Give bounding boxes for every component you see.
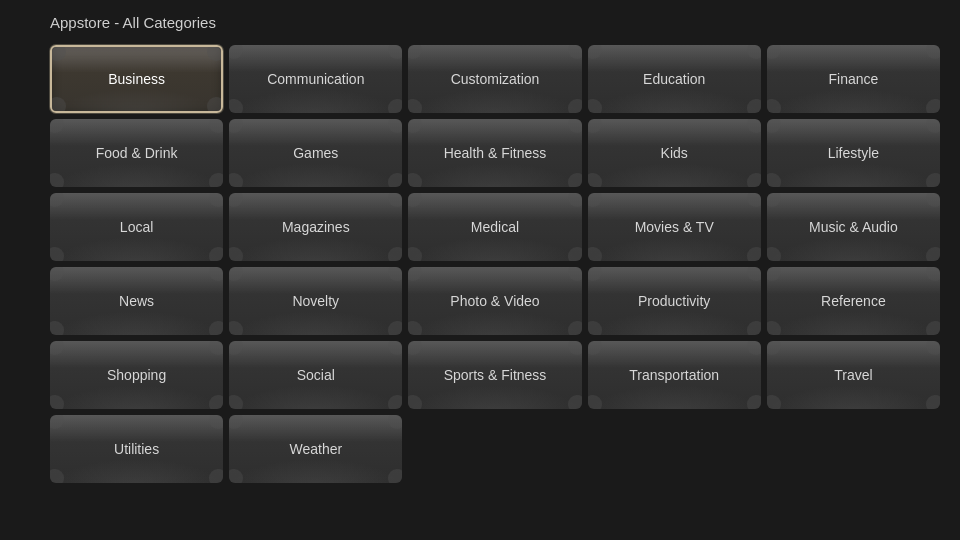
category-label-food-drink: Food & Drink (96, 145, 178, 161)
category-item-utilities[interactable]: Utilities (50, 415, 223, 483)
category-label-customization: Customization (451, 71, 540, 87)
category-label-travel: Travel (834, 367, 872, 383)
category-item-local[interactable]: Local (50, 193, 223, 261)
category-item-magazines[interactable]: Magazines (229, 193, 402, 261)
category-label-health-fitness: Health & Fitness (444, 145, 547, 161)
category-item-health-fitness[interactable]: Health & Fitness (408, 119, 581, 187)
category-item-sports-fitness[interactable]: Sports & Fitness (408, 341, 581, 409)
category-item-lifestyle[interactable]: Lifestyle (767, 119, 940, 187)
categories-grid: BusinessCommunicationCustomizationEducat… (0, 41, 960, 487)
category-item-news[interactable]: News (50, 267, 223, 335)
category-label-photo-video: Photo & Video (450, 293, 539, 309)
category-label-weather: Weather (289, 441, 342, 457)
page-title: Appstore - All Categories (0, 0, 960, 41)
category-label-finance: Finance (828, 71, 878, 87)
category-item-reference[interactable]: Reference (767, 267, 940, 335)
category-label-kids: Kids (661, 145, 688, 161)
category-label-social: Social (297, 367, 335, 383)
category-label-music-audio: Music & Audio (809, 219, 898, 235)
category-item-movies-tv[interactable]: Movies & TV (588, 193, 761, 261)
category-item-games[interactable]: Games (229, 119, 402, 187)
category-item-productivity[interactable]: Productivity (588, 267, 761, 335)
category-label-medical: Medical (471, 219, 519, 235)
category-label-productivity: Productivity (638, 293, 710, 309)
category-label-news: News (119, 293, 154, 309)
category-item-finance[interactable]: Finance (767, 45, 940, 113)
category-item-education[interactable]: Education (588, 45, 761, 113)
category-item-travel[interactable]: Travel (767, 341, 940, 409)
category-item-medical[interactable]: Medical (408, 193, 581, 261)
category-item-photo-video[interactable]: Photo & Video (408, 267, 581, 335)
category-label-reference: Reference (821, 293, 886, 309)
category-item-transportation[interactable]: Transportation (588, 341, 761, 409)
category-label-lifestyle: Lifestyle (828, 145, 879, 161)
category-label-transportation: Transportation (629, 367, 719, 383)
category-label-novelty: Novelty (292, 293, 339, 309)
category-item-weather[interactable]: Weather (229, 415, 402, 483)
category-item-social[interactable]: Social (229, 341, 402, 409)
category-item-customization[interactable]: Customization (408, 45, 581, 113)
category-label-business: Business (108, 71, 165, 87)
category-label-movies-tv: Movies & TV (635, 219, 714, 235)
category-label-magazines: Magazines (282, 219, 350, 235)
category-label-communication: Communication (267, 71, 364, 87)
category-item-communication[interactable]: Communication (229, 45, 402, 113)
category-label-utilities: Utilities (114, 441, 159, 457)
category-label-shopping: Shopping (107, 367, 166, 383)
category-item-novelty[interactable]: Novelty (229, 267, 402, 335)
category-label-sports-fitness: Sports & Fitness (444, 367, 547, 383)
category-label-local: Local (120, 219, 153, 235)
category-item-shopping[interactable]: Shopping (50, 341, 223, 409)
category-item-food-drink[interactable]: Food & Drink (50, 119, 223, 187)
category-label-education: Education (643, 71, 705, 87)
category-item-kids[interactable]: Kids (588, 119, 761, 187)
category-label-games: Games (293, 145, 338, 161)
category-item-business[interactable]: Business (50, 45, 223, 113)
category-item-music-audio[interactable]: Music & Audio (767, 193, 940, 261)
